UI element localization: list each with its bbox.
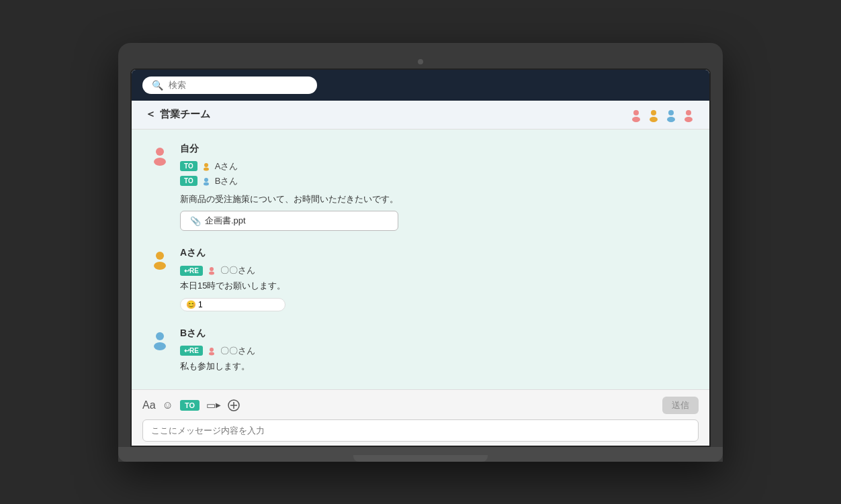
laptop-camera (418, 59, 423, 64)
search-box[interactable]: 🔍 (142, 77, 317, 94)
svg-point-20 (210, 348, 214, 352)
recipient-a-name: Aさん (215, 160, 238, 172)
svg-point-13 (204, 182, 209, 185)
group-name: 営業チーム (160, 108, 210, 121)
svg-point-12 (204, 178, 208, 182)
laptop-base (118, 447, 723, 462)
svg-point-21 (209, 352, 214, 355)
message-b-text: 私も参加します。 (180, 360, 255, 373)
reaction-emoji: 😊 (186, 300, 196, 309)
svg-point-11 (204, 167, 209, 170)
video-button[interactable]: ▭ ▶ (206, 399, 221, 411)
avatar-a-icon (148, 247, 172, 271)
re-recipient-a-name: 〇〇さん (220, 264, 255, 276)
sender-self-name: 自分 (180, 143, 398, 155)
svg-point-6 (686, 110, 691, 115)
svg-point-10 (204, 163, 208, 167)
emoji-button[interactable]: ☺ (163, 399, 173, 411)
bottom-toolbar: Aa ☺ TO ▭ ▶ 送信 (132, 389, 709, 446)
to-row-2: TO Bさん (180, 175, 398, 187)
attachment-file[interactable]: 📎 企画書.ppt (180, 211, 398, 231)
svg-point-9 (154, 158, 166, 166)
avatar-icon-1 (629, 107, 644, 122)
re-row-b: ↩RE 〇〇さん (180, 345, 255, 357)
svg-point-4 (668, 110, 674, 115)
re-recipient-b-icon (207, 346, 216, 356)
svg-point-3 (650, 117, 658, 122)
re-recipient-b-name: 〇〇さん (220, 345, 255, 357)
re-badge-b: ↩RE (180, 346, 203, 356)
message-self-text: 新商品の受注施策について、お時間いただきたいです。 (180, 193, 398, 206)
avatar-b-icon (148, 327, 172, 352)
message-b-content: Bさん ↩RE 〇〇さん 私も参加します。 (180, 327, 255, 373)
plus-button[interactable] (228, 399, 240, 411)
svg-point-18 (156, 332, 164, 340)
svg-point-19 (154, 342, 166, 350)
svg-point-8 (156, 148, 164, 156)
avatar-icon-2 (646, 107, 661, 122)
video-box-icon: ▭ (206, 399, 216, 411)
svg-point-14 (156, 252, 164, 260)
re-row-a: ↩RE 〇〇さん (180, 264, 285, 276)
to-badges-self: TO Aさん TO (180, 160, 398, 187)
svg-point-2 (651, 110, 656, 115)
recipient-b-name: Bさん (215, 175, 238, 187)
message-b-item: Bさん ↩RE 〇〇さん 私も参加します。 (148, 327, 693, 373)
svg-point-0 (633, 110, 639, 115)
recipient-a-icon (202, 162, 211, 171)
message-input[interactable] (142, 419, 699, 442)
sender-b-name: Bさん (180, 327, 255, 340)
avatar-self (148, 143, 172, 167)
svg-point-7 (684, 117, 693, 122)
back-arrow-icon: ＜ (145, 107, 156, 121)
svg-point-16 (210, 267, 214, 271)
back-nav[interactable]: ＜ 営業チーム (145, 107, 210, 121)
avatar-icon-4 (681, 107, 696, 122)
top-bar: 🔍 (132, 70, 709, 101)
message-a-content: Aさん ↩RE 〇〇さん 本日15時でお願いします。 😊 (180, 247, 285, 311)
search-icon: 🔍 (152, 80, 163, 91)
re-badge-a: ↩RE (180, 266, 203, 276)
attachment-name: 企画書.ppt (205, 215, 246, 227)
reaction-count: 1 (198, 300, 203, 309)
message-input-row (142, 419, 699, 442)
to-badge-1: TO (180, 161, 197, 171)
toolbar-icons: Aa ☺ TO ▭ ▶ 送信 (142, 397, 699, 414)
avatar-icon-3 (664, 107, 678, 122)
to-badge-2: TO (180, 176, 197, 186)
avatar-a (148, 247, 172, 271)
header-bar: ＜ 営業チーム (132, 101, 709, 130)
message-item: 自分 TO Aさん TO (148, 143, 693, 232)
recipient-b-icon (202, 177, 211, 186)
svg-point-15 (154, 262, 166, 270)
message-a-item: Aさん ↩RE 〇〇さん 本日15時でお願いします。 😊 (148, 247, 693, 311)
avatar-self-icon (148, 143, 172, 167)
font-button[interactable]: Aa (142, 399, 156, 411)
plus-icon (228, 399, 240, 411)
avatar-b (148, 327, 172, 352)
search-input[interactable] (169, 80, 308, 90)
toolbar-to-button[interactable]: TO (180, 400, 200, 411)
message-self-content: 自分 TO Aさん TO (180, 143, 398, 232)
reaction-a[interactable]: 😊 1 (180, 298, 285, 311)
svg-point-5 (667, 117, 675, 122)
send-button[interactable]: 送信 (662, 397, 699, 414)
to-row-1: TO Aさん (180, 160, 398, 172)
messages-area: 自分 TO Aさん TO (132, 130, 709, 389)
group-avatars (629, 107, 696, 122)
re-recipient-a-icon (207, 266, 216, 275)
svg-point-17 (209, 272, 214, 275)
video-play-icon: ▶ (216, 401, 221, 409)
svg-point-1 (632, 117, 640, 122)
sender-a-name: Aさん (180, 247, 285, 259)
message-a-text: 本日15時でお願いします。 (180, 279, 285, 293)
attachment-icon: 📎 (190, 216, 201, 226)
